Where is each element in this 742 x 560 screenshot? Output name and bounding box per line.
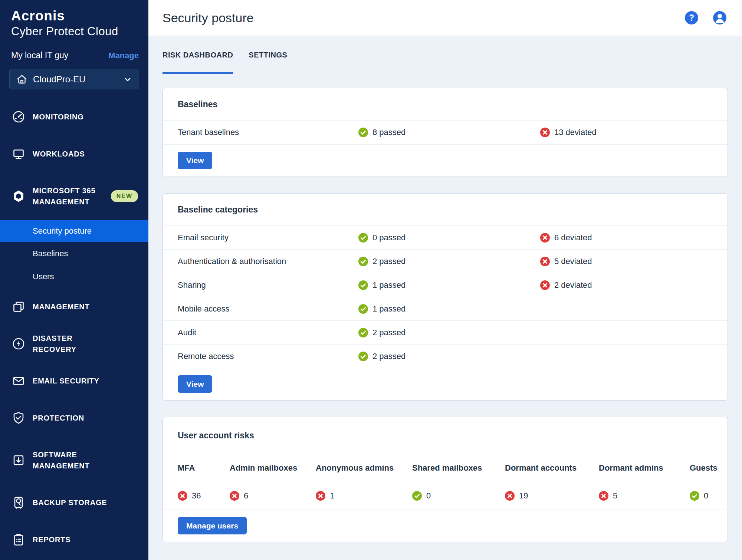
column-header: MFA (178, 463, 230, 473)
sidebar-item-monitoring[interactable]: MONITORING (0, 98, 148, 135)
row-label: Remote access (178, 352, 358, 361)
tab-settings[interactable]: SETTINGS (249, 36, 287, 74)
sidebar-item-management[interactable]: MANAGEMENT (0, 288, 148, 325)
baseline-categories-card: Baseline categories Email security 0 pas… (162, 193, 728, 401)
risk-count: 1 (330, 491, 334, 501)
sidebar-item-protection[interactable]: PROTECTION (0, 399, 148, 437)
risk-value-dormant-accounts: 19 (505, 491, 599, 501)
status-fail-icon (599, 491, 608, 501)
sidebar-item-backup-storage[interactable]: BACKUP STORAGE (0, 484, 148, 521)
tab-risk-dashboard[interactable]: RISK DASHBOARD (162, 36, 233, 74)
view-baseline-categories-button[interactable]: View (178, 375, 212, 393)
sidebar-item-label: WORKLOADS (33, 148, 85, 159)
main-area: Security posture ? (148, 0, 742, 560)
column-header: Dormant admins (599, 463, 690, 473)
tenant-selector[interactable]: CloudPro-EU (9, 69, 139, 89)
help-icon[interactable]: ? (685, 11, 698, 24)
sidebar-item-label: EMAIL SECURITY (33, 375, 99, 386)
passed-text: 2 passed (372, 352, 406, 361)
status-pass-icon (358, 328, 368, 337)
brand-product: Cyber Protect Cloud (11, 25, 137, 38)
disaster-recovery-icon (11, 336, 26, 351)
deviated-text: 2 deviated (554, 280, 592, 290)
monitoring-icon (11, 109, 26, 124)
risk-value-dormant-admins: 5 (599, 491, 690, 501)
deviated-cell: 13 deviated (540, 128, 713, 137)
status-fail-icon (316, 491, 325, 501)
risk-value-anonymous-admins: 1 (316, 491, 412, 501)
view-baselines-button[interactable]: View (178, 152, 212, 169)
sidebar-item-email-security[interactable]: EMAIL SECURITY (0, 362, 148, 399)
column-header: Shared mailboxes (412, 463, 505, 473)
status-pass-icon (358, 352, 368, 361)
status-pass-icon (358, 304, 368, 314)
sidebar-item-reports[interactable]: REPORTS (0, 521, 148, 558)
risk-value-mfa: 36 (178, 491, 230, 501)
tenant-row: My local IT guy Manage (0, 38, 148, 60)
sidebar-item-label: MONITORING (33, 111, 84, 122)
table-row: Remote access 2 passed (163, 344, 728, 368)
row-label: Email security (178, 233, 358, 243)
status-pass-icon (690, 491, 699, 501)
passed-text: 0 passed (372, 233, 406, 243)
account-icon[interactable] (713, 11, 726, 24)
passed-cell: 1 passed (358, 304, 540, 314)
user-account-risks-card: User account risks MFA Admin mailboxes A… (162, 417, 728, 542)
sidebar-item-workloads[interactable]: WORKLOADS (0, 135, 148, 172)
sidebar: Acronis Cyber Protect Cloud My local IT … (0, 0, 148, 560)
page-title: Security posture (162, 11, 254, 25)
passed-cell: 2 passed (358, 352, 540, 361)
baselines-card: Baselines Tenant baselines 8 passed 13 d… (162, 88, 728, 177)
sidebar-item-microsoft-365-management[interactable]: MICROSOFT 365 MANAGEMENT NEW (0, 172, 148, 220)
help-glyph: ? (689, 13, 694, 23)
row-label: Mobile access (178, 304, 358, 314)
sidebar-item-label: PROTECTION (33, 412, 84, 424)
sidebar-item-label: MANAGEMENT (33, 301, 90, 312)
management-icon (11, 299, 26, 314)
sidebar-item-baselines[interactable]: Baselines (0, 242, 148, 265)
risk-header-row: MFA Admin mailboxes Anonymous admins Sha… (163, 454, 728, 482)
table-row: Email security 0 passed 6 deviated (163, 225, 728, 249)
status-fail-icon (540, 280, 550, 290)
table-row: Authentication & authorisation 2 passed … (163, 249, 728, 273)
sidebar-item-software-management[interactable]: SOFTWARE MANAGEMENT (0, 437, 148, 484)
sidebar-item-label: MICROSOFT 365 MANAGEMENT (33, 185, 106, 207)
risk-value-shared-mailboxes: 0 (412, 491, 505, 501)
manage-users-button[interactable]: Manage users (178, 517, 247, 534)
status-fail-icon (540, 233, 550, 243)
backup-storage-icon (11, 495, 26, 510)
sidebar-item-disaster-recovery[interactable]: DISASTER RECOVERY (0, 325, 148, 362)
sidebar-item-label: BACKUP STORAGE (33, 497, 107, 508)
card-footer: View (163, 368, 728, 400)
tenant-name: My local IT guy (11, 50, 68, 60)
passed-cell: 1 passed (358, 280, 540, 290)
sidebar-item-security-posture[interactable]: Security posture (0, 220, 148, 242)
risk-count: 19 (519, 491, 528, 501)
row-label: Tenant baselines (178, 128, 358, 137)
row-label: Authentication & authorisation (178, 257, 358, 266)
chevron-down-icon (123, 75, 132, 84)
deviated-cell: 6 deviated (540, 233, 713, 243)
brand-logo: Acronis Cyber Protect Cloud (0, 0, 148, 38)
workloads-icon (11, 146, 26, 161)
status-fail-icon (505, 491, 515, 501)
status-pass-icon (412, 491, 422, 501)
sidebar-item-users[interactable]: Users (0, 265, 148, 288)
deviated-cell: 5 deviated (540, 257, 713, 266)
deviated-text: 5 deviated (554, 257, 592, 266)
status-pass-icon (358, 128, 368, 137)
passed-text: 2 passed (372, 257, 406, 266)
sub-item-label: Baselines (33, 249, 68, 258)
status-fail-icon (540, 257, 550, 266)
table-row: Mobile access 1 passed (163, 297, 728, 320)
passed-text: 1 passed (372, 280, 406, 290)
card-title: Baseline categories (163, 194, 728, 225)
brand-name: Acronis (11, 8, 137, 24)
status-pass-icon (358, 257, 368, 266)
manage-link[interactable]: Manage (108, 51, 139, 60)
topbar: Security posture ? (148, 0, 742, 36)
passed-cell: 8 passed (358, 128, 540, 137)
risk-count: 5 (613, 491, 617, 501)
sub-item-label: Security posture (33, 226, 92, 236)
risk-value-guests: 0 (690, 491, 713, 501)
